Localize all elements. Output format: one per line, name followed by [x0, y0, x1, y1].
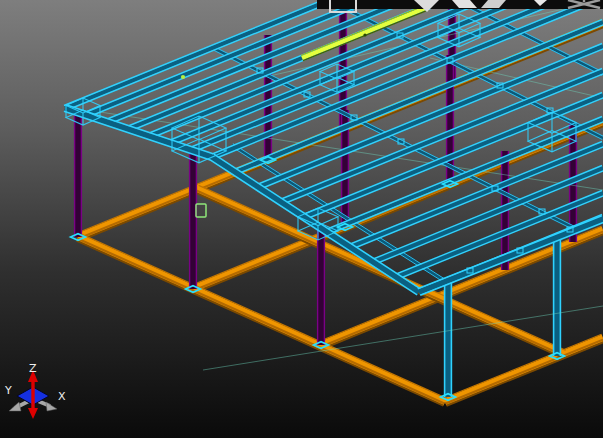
point-marker: [363, 33, 366, 36]
x-axis-label: X: [58, 390, 66, 403]
y-axis-label: Y: [4, 384, 12, 397]
point-marker: [181, 75, 185, 79]
cad-application-window: Z Y X: [0, 0, 603, 438]
z-axis-label: Z: [29, 362, 37, 375]
viewport-3d[interactable]: Z Y X: [0, 0, 603, 438]
